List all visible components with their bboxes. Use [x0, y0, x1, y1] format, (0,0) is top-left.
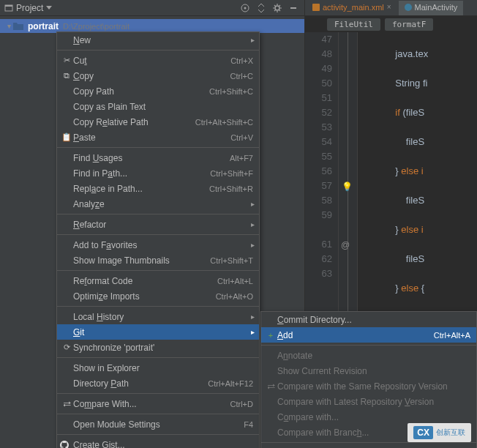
menu-copy-plain[interactable]: Copy as Plain Text — [57, 99, 259, 114]
collapse-icon[interactable] — [255, 1, 268, 15]
breadcrumb: FileUtil formatF — [305, 16, 477, 32]
project-panel: Project ▾ portr — [0, 0, 305, 448]
menu-optimize[interactable]: Optimize ImportsCtrl+Alt+O — [57, 288, 259, 304]
menu-find-usages[interactable]: Find UsagesAlt+F7 — [57, 150, 259, 165]
project-label: Project — [16, 3, 43, 13]
tree-root-name: portrait — [28, 21, 59, 31]
dropdown-arrow-icon[interactable] — [46, 6, 52, 10]
menu-add-fav[interactable]: Add to Favorites▸ — [57, 237, 259, 253]
menu-open-module[interactable]: Open Module SettingsF4 — [57, 417, 259, 432]
project-header: Project — [0, 0, 304, 16]
tree-root-path: D:\Zproject\portrait — [63, 22, 129, 31]
svg-rect-5 — [290, 7, 296, 9]
github-icon — [60, 441, 73, 449]
svg-rect-1 — [5, 5, 12, 7]
gear-icon[interactable] — [271, 1, 284, 15]
menu-cut[interactable]: ✂CutCtrl+X — [57, 53, 259, 68]
svg-point-8 — [405, 4, 412, 11]
tab-activity-main[interactable]: activity_main.xml × — [307, 1, 397, 15]
menu-paste[interactable]: 📋PasteCtrl+V — [57, 130, 259, 145]
diff-icon: ⮂ — [60, 400, 73, 408]
watermark-text: 创新互联 — [436, 428, 465, 438]
git-add[interactable]: +AddCtrl+Alt+A — [261, 327, 476, 343]
context-menu: New▸ ✂CutCtrl+X ⧉CopyCtrl+C Copy PathCtr… — [56, 31, 260, 448]
target-icon[interactable] — [238, 1, 252, 15]
menu-copy[interactable]: ⧉CopyCtrl+C — [57, 68, 259, 83]
menu-dir-path[interactable]: Directory PathCtrl+Alt+F12 — [57, 376, 259, 391]
menu-synchronize[interactable]: ⟳Synchronize 'portrait' — [57, 340, 259, 355]
svg-point-3 — [244, 7, 247, 9]
project-icon — [4, 4, 13, 12]
tab-main-activity[interactable]: MainActivity — [399, 1, 464, 15]
override-icon[interactable]: @ — [341, 238, 350, 253]
editor-tabs: activity_main.xml × MainActivity — [305, 0, 477, 16]
xml-icon — [312, 4, 320, 11]
git-cmp-with: Compare with... — [261, 409, 476, 425]
git-cmp-latest: Compare with Latest Repository Version — [261, 394, 476, 409]
plus-icon: + — [264, 331, 277, 340]
git-commit[interactable]: Commit Directory... — [261, 312, 476, 327]
menu-new[interactable]: New▸ — [57, 32, 259, 48]
menu-copy-path[interactable]: Copy PathCtrl+Shift+C — [57, 83, 259, 99]
breadcrumb-item[interactable]: FileUtil — [327, 18, 380, 31]
git-show-current: Show Current Revision — [261, 363, 476, 378]
git-show-history[interactable]: 🕘Show History — [261, 445, 476, 448]
svg-rect-7 — [312, 4, 320, 11]
menu-refactor[interactable]: Refactor▸ — [57, 217, 259, 232]
menu-copy-rel[interactable]: Copy Relative PathCtrl+Alt+Shift+C — [57, 114, 259, 130]
diff-icon: ⮂ — [264, 382, 277, 391]
menu-find-in-path[interactable]: Find in Path...Ctrl+Shift+F — [57, 165, 259, 181]
menu-compare-with[interactable]: ⮂Compare With...Ctrl+D — [57, 396, 259, 411]
watermark: CX 创新互联 — [407, 423, 471, 442]
sync-icon: ⟳ — [60, 343, 73, 352]
breadcrumb-item[interactable]: formatF — [385, 18, 433, 31]
git-annotate: Annotate — [261, 348, 476, 363]
menu-reformat[interactable]: Reformat CodeCtrl+Alt+L — [57, 273, 259, 288]
menu-show-explorer[interactable]: Show in Explorer — [57, 360, 259, 376]
menu-local-history[interactable]: Local History▸ — [57, 309, 259, 324]
scissors-icon: ✂ — [60, 56, 73, 65]
svg-point-4 — [275, 6, 279, 10]
close-icon[interactable]: × — [387, 3, 391, 11]
menu-analyze[interactable]: Analyze▸ — [57, 196, 259, 212]
hide-icon[interactable] — [287, 1, 300, 15]
copy-icon: ⧉ — [60, 71, 73, 81]
menu-create-gist[interactable]: Create Gist... — [57, 437, 259, 448]
watermark-logo: CX — [413, 426, 433, 439]
menu-replace-in-path[interactable]: Replace in Path...Ctrl+Shift+R — [57, 181, 259, 196]
tab-label: activity_main.xml — [323, 3, 384, 12]
class-icon — [405, 4, 412, 11]
bulb-icon[interactable]: 💡 — [342, 179, 353, 194]
paste-icon: 📋 — [60, 132, 73, 142]
git-cmp-same: ⮂Compare with the Same Repository Versio… — [261, 378, 476, 394]
menu-show-thumbs[interactable]: Show Image ThumbnailsCtrl+Shift+T — [57, 253, 259, 268]
folder-icon — [13, 22, 25, 31]
expand-arrow-icon: ▾ — [4, 22, 13, 30]
tab-label: MainActivity — [415, 3, 458, 12]
menu-git[interactable]: Git▸ — [57, 324, 259, 340]
